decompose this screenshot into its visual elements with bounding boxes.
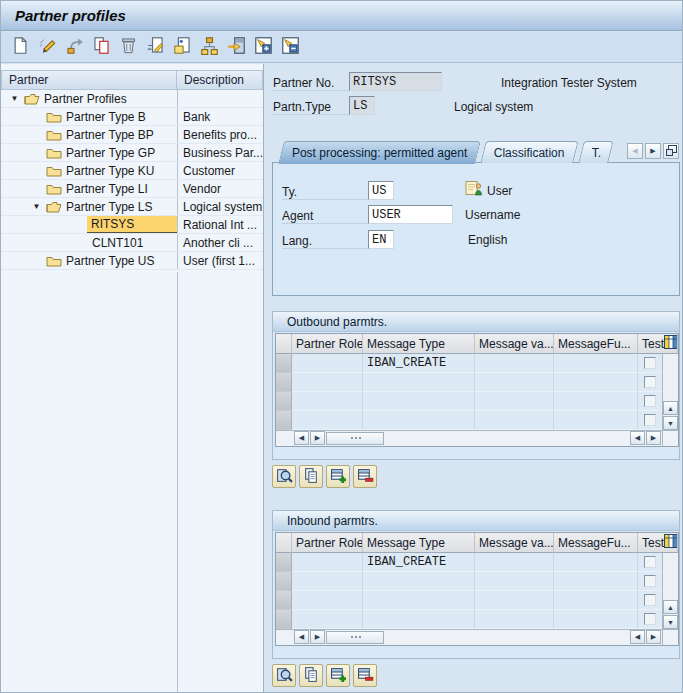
- row-selector[interactable]: [276, 354, 292, 373]
- test-checkbox[interactable]: [644, 594, 656, 606]
- delete-row-button[interactable]: [353, 465, 377, 488]
- tree-item-partner-profiles[interactable]: ▼ Partner Profiles: [1, 90, 263, 108]
- tab-truncated[interactable]: T.: [578, 141, 613, 163]
- cell-partner-role[interactable]: [292, 610, 363, 629]
- scrollbar-thumb[interactable]: [326, 432, 384, 445]
- scroll-up-button[interactable]: ▲: [663, 600, 678, 614]
- cell-message-type[interactable]: [363, 392, 475, 411]
- column-header[interactable]: Message va...: [475, 334, 554, 354]
- column-header[interactable]: Message va...: [475, 533, 554, 553]
- agent-field[interactable]: USER: [368, 205, 453, 224]
- scroll-left-button[interactable]: ◀: [294, 431, 309, 445]
- column-header[interactable]: Partner Role: [292, 334, 363, 354]
- table-settings-icon[interactable]: [664, 335, 678, 352]
- row-selector-header[interactable]: [276, 533, 292, 553]
- row-selector[interactable]: [276, 392, 292, 411]
- cell-partner-role[interactable]: [292, 373, 363, 392]
- cell-message-variant[interactable]: [475, 591, 554, 610]
- cell-message-variant[interactable]: [475, 354, 554, 373]
- cell-message-variant[interactable]: [475, 411, 554, 430]
- tree-item-ritsys[interactable]: RITSYS Rational Int ...: [1, 216, 263, 234]
- cell-partner-role[interactable]: [292, 392, 363, 411]
- horizontal-scrollbar[interactable]: ◀ ▶ ◀ ▶: [276, 430, 662, 446]
- table-settings-icon[interactable]: [664, 534, 678, 551]
- copy-rows-button[interactable]: [299, 664, 323, 687]
- cell-partner-role[interactable]: [292, 572, 363, 591]
- expand-node-button[interactable]: [252, 36, 274, 58]
- scroll-down-button[interactable]: ▼: [663, 615, 678, 629]
- tree-item-partner-type-b[interactable]: Partner Type B Bank: [1, 108, 263, 126]
- test-checkbox[interactable]: [644, 613, 656, 625]
- details-button[interactable]: [272, 465, 296, 488]
- create-button[interactable]: [9, 36, 31, 58]
- scroll-left-button[interactable]: ◀: [294, 630, 309, 644]
- insert-row-button[interactable]: [326, 664, 350, 687]
- cell-message-type[interactable]: [363, 610, 475, 629]
- change-document-button[interactable]: [144, 36, 166, 58]
- partner-no-field[interactable]: RITSYS: [349, 72, 442, 91]
- test-checkbox[interactable]: [644, 395, 656, 407]
- language-field[interactable]: EN: [368, 230, 394, 249]
- test-checkbox[interactable]: [644, 556, 656, 568]
- scroll-right-button[interactable]: ▶: [310, 431, 325, 445]
- cell-message-variant[interactable]: [475, 553, 554, 572]
- test-checkbox[interactable]: [644, 376, 656, 388]
- cell-message-variant[interactable]: [475, 610, 554, 629]
- scroll-left-button-right[interactable]: ◀: [630, 630, 645, 644]
- cell-partner-role[interactable]: [292, 411, 363, 430]
- column-header-test[interactable]: Test: [638, 334, 678, 354]
- scrollbar-thumb[interactable]: [326, 631, 384, 644]
- expanded-twisty-icon[interactable]: ▼: [10, 94, 19, 103]
- column-header[interactable]: Partner Role: [292, 533, 363, 553]
- scroll-left-button-right[interactable]: ◀: [630, 431, 645, 445]
- cell-partner-role[interactable]: [292, 354, 363, 373]
- cell-message-function[interactable]: [554, 572, 638, 591]
- row-selector[interactable]: [276, 610, 292, 629]
- cell-message-type[interactable]: [363, 591, 475, 610]
- vertical-scrollbar[interactable]: ▲ ▼: [662, 354, 678, 430]
- insert-row-button[interactable]: [326, 465, 350, 488]
- cell-message-function[interactable]: [554, 591, 638, 610]
- details-button[interactable]: [272, 664, 296, 687]
- tree-column-partner[interactable]: Partner: [1, 70, 177, 90]
- tree-item-clnt101[interactable]: CLNT101 Another cli ...: [1, 234, 263, 252]
- cell-partner-role[interactable]: [292, 591, 363, 610]
- cell-message-type[interactable]: IBAN_CREATE: [363, 553, 475, 572]
- column-header[interactable]: MessageFu...: [554, 533, 638, 553]
- tree-item-partner-type-ku[interactable]: Partner Type KU Customer: [1, 162, 263, 180]
- tree-item-partner-type-gp[interactable]: Partner Type GP Business Par...: [1, 144, 263, 162]
- row-selector[interactable]: [276, 591, 292, 610]
- test-checkbox[interactable]: [644, 575, 656, 587]
- tab-overview-button[interactable]: [663, 143, 679, 159]
- cell-message-function[interactable]: [554, 373, 638, 392]
- cell-message-type[interactable]: [363, 373, 475, 392]
- cell-message-variant[interactable]: [475, 392, 554, 411]
- tree-column-description[interactable]: Description: [177, 70, 263, 90]
- tab-classification[interactable]: Classification: [481, 141, 579, 163]
- test-checkbox[interactable]: [644, 414, 656, 426]
- scroll-right-button-right[interactable]: ▶: [646, 431, 661, 445]
- row-selector[interactable]: [276, 572, 292, 591]
- column-header[interactable]: Message Type: [363, 533, 475, 553]
- horizontal-scrollbar[interactable]: ◀ ▶ ◀ ▶: [276, 629, 662, 645]
- row-selector[interactable]: [276, 373, 292, 392]
- vertical-scrollbar[interactable]: ▲ ▼: [662, 553, 678, 629]
- cell-message-variant[interactable]: [475, 373, 554, 392]
- copy-button[interactable]: [90, 36, 112, 58]
- cell-message-function[interactable]: [554, 354, 638, 373]
- tab-scroll-left-button[interactable]: ◀: [627, 143, 643, 159]
- collapse-node-button[interactable]: [279, 36, 301, 58]
- cell-message-function[interactable]: [554, 392, 638, 411]
- scroll-down-button[interactable]: ▼: [663, 416, 678, 430]
- tab-post-processing[interactable]: Post processing: permitted agent: [278, 141, 481, 164]
- display-change-button[interactable]: [36, 36, 58, 58]
- cell-message-variant[interactable]: [475, 572, 554, 591]
- hierarchy-button[interactable]: [198, 36, 220, 58]
- move-button[interactable]: [63, 36, 85, 58]
- expanded-twisty-icon[interactable]: ▼: [32, 202, 41, 211]
- scroll-up-button[interactable]: ▲: [663, 401, 678, 415]
- agent-type-field[interactable]: US: [368, 181, 394, 200]
- document-info-button[interactable]: [171, 36, 193, 58]
- row-selector[interactable]: [276, 411, 292, 430]
- row-selector-header[interactable]: [276, 334, 292, 354]
